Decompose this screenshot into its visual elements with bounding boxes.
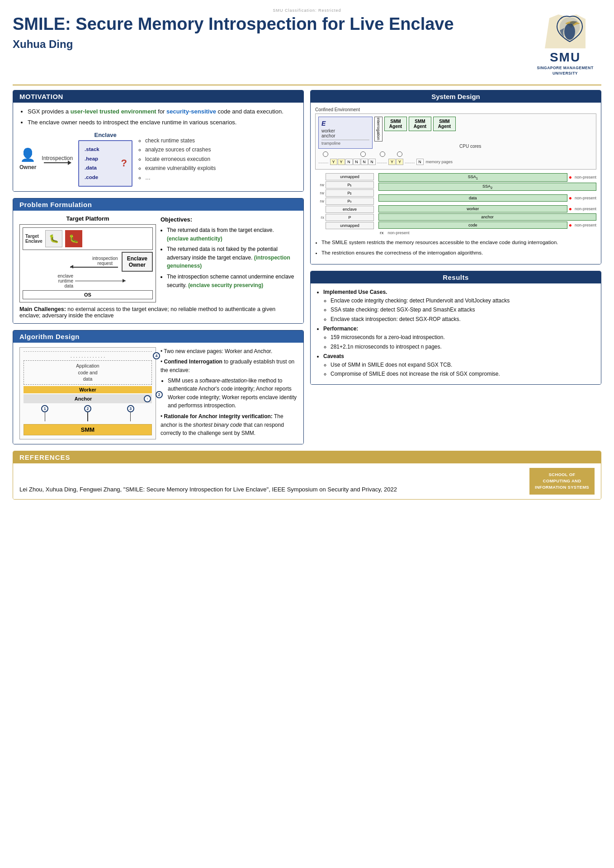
poster: SMU Classification: Restricted SMILE: Se… <box>0 0 614 868</box>
problem-diagram-area: Target Platform TargetEnclave 🐛 🐛 <box>19 215 156 302</box>
worker-map-block: worker <box>378 205 567 212</box>
rx-note: non-present <box>388 231 410 235</box>
bullet-examine-vuln: examine vulnerability exploits <box>145 164 216 173</box>
results-header: Results <box>311 271 601 283</box>
results-content: Implemented Use Cases. Enclave code inte… <box>311 283 601 384</box>
p1-block: P₁ <box>326 181 374 189</box>
references-section: REFERENCES Lei Zhou, Xuhua Ding, Fengwei… <box>13 451 601 500</box>
memmap-unmapped-bot: unmapped <box>315 222 374 229</box>
ssa1-block: SSA1 <box>378 173 567 182</box>
cpu-circles <box>323 151 593 157</box>
memmap-enclave: enclave <box>315 206 374 213</box>
main-challenges: Main Challenges: no external access to t… <box>19 306 297 319</box>
enclave-box-outer: Enclave .stack .heap .data .code ? <box>78 132 132 187</box>
anchor-row: anchor <box>378 213 596 221</box>
performance: Performance: 159 microseconds for a zero… <box>323 325 595 351</box>
problem-objectives: Objectives: The returned data is from th… <box>161 215 297 302</box>
enclave-diagram: 👤 Owner Introspection <box>19 132 297 187</box>
memmap-p1: rw P₁ <box>315 181 374 189</box>
motivation-content: SGX provides a user-level trusted enviro… <box>13 103 303 191</box>
motivation-text: SGX provides a user-level trusted enviro… <box>19 107 297 127</box>
system-design-header: System Design <box>311 90 601 103</box>
problem-header: Problem Formulation <box>13 198 303 211</box>
data-note: non-present <box>575 196 596 200</box>
rx-row: rx non-present <box>378 230 596 236</box>
vert-lines <box>24 412 152 421</box>
ssa1-note: non-present <box>575 175 596 179</box>
caveat-tcb: Use of SMM in SMILE does not expand SGX … <box>331 361 595 369</box>
red-square-icon: 🐛 <box>65 230 82 247</box>
memory-pages-row: ......... Y Y N N N N ......... Y Y ....… <box>318 159 593 165</box>
worker-anchor-area: Worker 2 Anchor ↑ <box>24 386 152 403</box>
ssa2-block: SSA2 <box>378 183 596 191</box>
unmapped-bot-block: unmapped <box>326 222 374 229</box>
mem-y1: Y <box>330 159 337 165</box>
anchor-map-block: anchor <box>378 213 596 221</box>
code-red-dot: ● <box>569 222 572 228</box>
bug-icon-1: 🐛 <box>45 230 62 247</box>
circle-2b: 2 <box>84 405 91 412</box>
worker-bar: Worker 2 <box>24 386 152 393</box>
header: SMILE: Secure Memory Introspection for L… <box>13 14 601 76</box>
bullet-locate-erroneous: locate erroneous execution <box>145 155 216 164</box>
dots-left: ......... <box>318 160 329 164</box>
algo-confined: • Confined Interrogation to gradually es… <box>161 358 297 374</box>
ssa1-red-dot: ● <box>569 174 572 180</box>
introspection-request-row: introspectionrequest EnclaveOwner <box>23 252 153 272</box>
svg-point-1 <box>564 24 575 40</box>
algorithm-design-section: Algorithm Design . . . . . . . . . . . .… <box>13 330 304 444</box>
perf-281: 281+2.1n microseconds to introspect n pa… <box>331 343 595 351</box>
algo-diagram-title: . . . . . . . . . . . . . <box>24 351 152 359</box>
enclave-bullets: check runtime states analyze sources of … <box>138 136 216 182</box>
algo-smm-sub1: SMM uses a software-attestation-like met… <box>168 377 297 410</box>
smm-agent-1: SMMAgent <box>384 117 407 131</box>
rx-p-block: P <box>326 214 374 221</box>
data-label: .data <box>85 163 126 173</box>
ssa2-row: SSA2 <box>378 183 596 191</box>
owner-area: 👤 Owner <box>19 147 36 170</box>
owner-icon: 👤 <box>20 147 36 162</box>
poster-title: SMILE: Secure Memory Introspection for L… <box>13 14 454 34</box>
references-text: Lei Zhou, Xuhua Ding, Fengwei Zhang, "SM… <box>19 485 529 494</box>
right-column: System Design Confined Environment E wor… <box>310 90 601 444</box>
sys-bullet-2: The restriction ensures the correctness … <box>321 249 596 257</box>
stack-label: .stack <box>85 145 126 154</box>
interrogation-label: interrogation <box>374 117 383 142</box>
rx-label: rx <box>378 230 385 236</box>
references-header: REFERENCES <box>13 451 601 463</box>
results-text: Implemented Use Cases. Enclave code inte… <box>317 288 595 378</box>
smm-agents-row: SMMAgent SMMAgent SMMAgent <box>384 117 456 131</box>
worker-row: worker ● non-present <box>378 205 596 212</box>
circle-1: 1 <box>41 405 48 412</box>
mem-n2: N <box>353 159 360 165</box>
header-divider <box>13 85 601 85</box>
mem-n1: N <box>345 159 353 165</box>
header-left: SMILE: Secure Memory Introspection for L… <box>13 14 454 51</box>
code-map-block: code <box>378 222 567 229</box>
memmap-p2: rw P₂ <box>315 189 374 197</box>
data-row: data ● non-present <box>378 194 596 202</box>
algorithm-header: Algorithm Design <box>13 330 303 343</box>
memory-map: unmapped rw P₁ rw P₂ rw <box>315 173 596 236</box>
memmap-p0: rw P₀ <box>315 198 374 205</box>
worker-anchor-text: workeranchor <box>321 128 369 138</box>
os-box: OS <box>23 290 153 299</box>
algorithm-content: . . . . . . . . . . . . . Applicationcod… <box>13 343 303 444</box>
cpu-cores-label: CPU cores <box>459 144 481 149</box>
data-block: data <box>378 194 567 202</box>
algorithm-grid: . . . . . . . . . . . . . Applicationcod… <box>19 347 297 439</box>
trampoline-text: trampoline <box>321 140 369 146</box>
motivation-header: MOTIVATION <box>13 90 303 103</box>
confined-env-label: Confined Environment <box>315 107 596 112</box>
algo-bullet1: • Two new enclave pages: Worker and Anch… <box>161 347 297 356</box>
algo-diagram: . . . . . . . . . . . . . Applicationcod… <box>19 347 156 439</box>
memmap-left: unmapped rw P₁ rw P₂ rw <box>315 173 374 236</box>
smu-text: SMU <box>550 50 581 65</box>
worker-red-dot: ● <box>569 206 572 212</box>
data-red-dot: ● <box>569 195 572 201</box>
e-enclave-box: E workeranchor trampoline <box>318 117 373 149</box>
smu-logo: SMU SINGAPORE MANAGEMENTUNIVERSITY <box>529 14 601 76</box>
smm-bar: SMM <box>24 424 152 435</box>
smu-subtext: SINGAPORE MANAGEMENTUNIVERSITY <box>537 66 593 76</box>
runtime-data-label: enclaveruntimedata <box>23 274 73 288</box>
